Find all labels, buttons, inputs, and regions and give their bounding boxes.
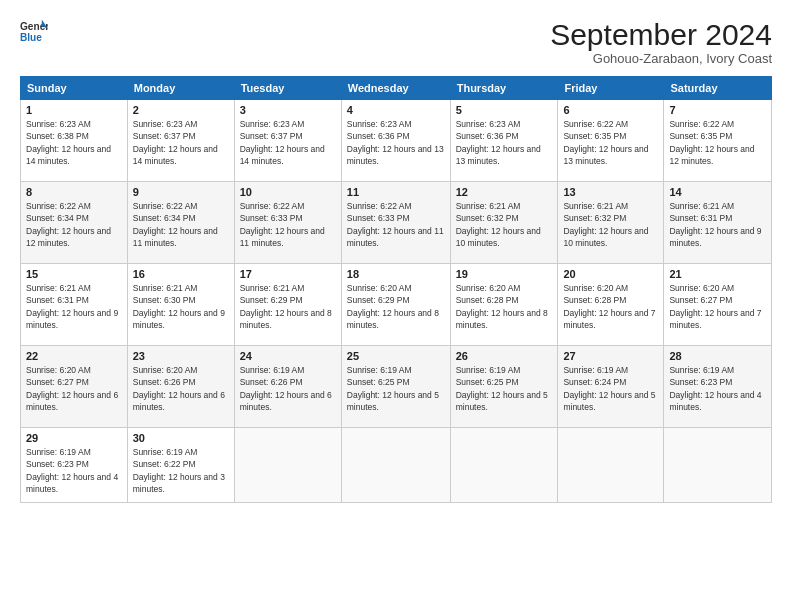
day-cell-5: 5 Sunrise: 6:23 AMSunset: 6:36 PMDayligh… — [450, 100, 558, 182]
day-cell-7: 7 Sunrise: 6:22 AMSunset: 6:35 PMDayligh… — [664, 100, 772, 182]
header-friday: Friday — [558, 77, 664, 100]
location-subtitle: Gohouo-Zarabaon, Ivory Coast — [550, 51, 772, 66]
day-cell-26: 26 Sunrise: 6:19 AMSunset: 6:25 PMDaylig… — [450, 346, 558, 428]
day-cell-22: 22 Sunrise: 6:20 AMSunset: 6:27 PMDaylig… — [21, 346, 128, 428]
header-sunday: Sunday — [21, 77, 128, 100]
header-monday: Monday — [127, 77, 234, 100]
day-cell-23: 23 Sunrise: 6:20 AMSunset: 6:26 PMDaylig… — [127, 346, 234, 428]
month-title: September 2024 — [550, 18, 772, 51]
weekday-header-row: Sunday Monday Tuesday Wednesday Thursday… — [21, 77, 772, 100]
day-cell-18: 18 Sunrise: 6:20 AMSunset: 6:29 PMDaylig… — [341, 264, 450, 346]
day-cell-13: 13 Sunrise: 6:21 AMSunset: 6:32 PMDaylig… — [558, 182, 664, 264]
header-saturday: Saturday — [664, 77, 772, 100]
day-cell-10: 10 Sunrise: 6:22 AMSunset: 6:33 PMDaylig… — [234, 182, 341, 264]
day-cell-8: 8 Sunrise: 6:22 AMSunset: 6:34 PMDayligh… — [21, 182, 128, 264]
day-cell-29: 29 Sunrise: 6:19 AMSunset: 6:23 PMDaylig… — [21, 428, 128, 503]
calendar-row-1: 1 Sunrise: 6:23 AMSunset: 6:38 PMDayligh… — [21, 100, 772, 182]
day-cell-15: 15 Sunrise: 6:21 AMSunset: 6:31 PMDaylig… — [21, 264, 128, 346]
calendar-row-4: 22 Sunrise: 6:20 AMSunset: 6:27 PMDaylig… — [21, 346, 772, 428]
day-cell-empty-5 — [664, 428, 772, 503]
day-cell-9: 9 Sunrise: 6:22 AMSunset: 6:34 PMDayligh… — [127, 182, 234, 264]
day-cell-21: 21 Sunrise: 6:20 AMSunset: 6:27 PMDaylig… — [664, 264, 772, 346]
day-cell-empty-3 — [450, 428, 558, 503]
header-thursday: Thursday — [450, 77, 558, 100]
day-cell-3: 3 Sunrise: 6:23 AMSunset: 6:37 PMDayligh… — [234, 100, 341, 182]
day-cell-16: 16 Sunrise: 6:21 AMSunset: 6:30 PMDaylig… — [127, 264, 234, 346]
calendar-table: Sunday Monday Tuesday Wednesday Thursday… — [20, 76, 772, 503]
day-cell-24: 24 Sunrise: 6:19 AMSunset: 6:26 PMDaylig… — [234, 346, 341, 428]
calendar-row-2: 8 Sunrise: 6:22 AMSunset: 6:34 PMDayligh… — [21, 182, 772, 264]
header-tuesday: Tuesday — [234, 77, 341, 100]
calendar-row-3: 15 Sunrise: 6:21 AMSunset: 6:31 PMDaylig… — [21, 264, 772, 346]
day-cell-14: 14 Sunrise: 6:21 AMSunset: 6:31 PMDaylig… — [664, 182, 772, 264]
day-cell-empty-2 — [341, 428, 450, 503]
day-cell-2: 2 Sunrise: 6:23 AMSunset: 6:37 PMDayligh… — [127, 100, 234, 182]
day-cell-30: 30 Sunrise: 6:19 AMSunset: 6:22 PMDaylig… — [127, 428, 234, 503]
day-cell-12: 12 Sunrise: 6:21 AMSunset: 6:32 PMDaylig… — [450, 182, 558, 264]
page: General Blue September 2024 Gohouo-Zarab… — [0, 0, 792, 612]
day-cell-empty-1 — [234, 428, 341, 503]
day-cell-17: 17 Sunrise: 6:21 AMSunset: 6:29 PMDaylig… — [234, 264, 341, 346]
day-cell-19: 19 Sunrise: 6:20 AMSunset: 6:28 PMDaylig… — [450, 264, 558, 346]
day-cell-4: 4 Sunrise: 6:23 AMSunset: 6:36 PMDayligh… — [341, 100, 450, 182]
day-cell-11: 11 Sunrise: 6:22 AMSunset: 6:33 PMDaylig… — [341, 182, 450, 264]
svg-text:Blue: Blue — [20, 32, 42, 43]
day-cell-20: 20 Sunrise: 6:20 AMSunset: 6:28 PMDaylig… — [558, 264, 664, 346]
calendar-row-5: 29 Sunrise: 6:19 AMSunset: 6:23 PMDaylig… — [21, 428, 772, 503]
day-cell-6: 6 Sunrise: 6:22 AMSunset: 6:35 PMDayligh… — [558, 100, 664, 182]
logo-icon: General Blue — [20, 18, 48, 46]
header-wednesday: Wednesday — [341, 77, 450, 100]
header: General Blue September 2024 Gohouo-Zarab… — [20, 18, 772, 66]
day-cell-25: 25 Sunrise: 6:19 AMSunset: 6:25 PMDaylig… — [341, 346, 450, 428]
logo: General Blue — [20, 18, 48, 46]
day-cell-1: 1 Sunrise: 6:23 AMSunset: 6:38 PMDayligh… — [21, 100, 128, 182]
day-cell-27: 27 Sunrise: 6:19 AMSunset: 6:24 PMDaylig… — [558, 346, 664, 428]
day-cell-28: 28 Sunrise: 6:19 AMSunset: 6:23 PMDaylig… — [664, 346, 772, 428]
day-cell-empty-4 — [558, 428, 664, 503]
title-block: September 2024 Gohouo-Zarabaon, Ivory Co… — [550, 18, 772, 66]
